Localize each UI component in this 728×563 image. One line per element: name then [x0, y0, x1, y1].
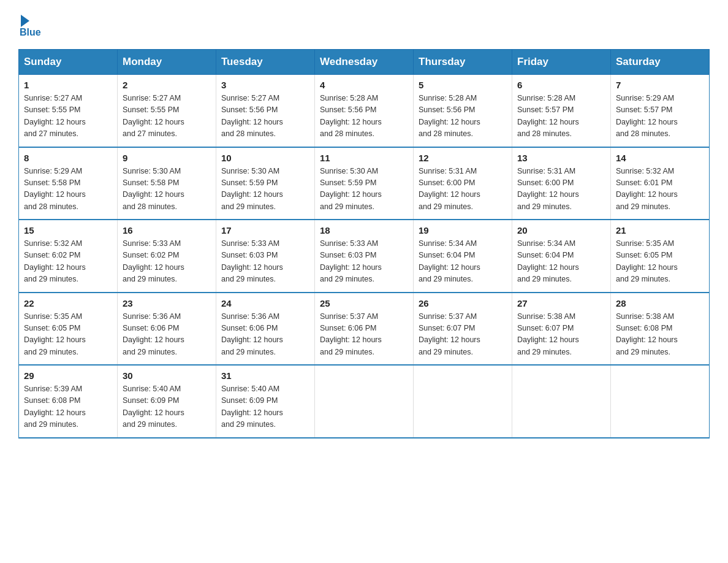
day-number: 20 [517, 225, 605, 236]
day-number: 18 [320, 225, 408, 236]
day-number: 19 [419, 225, 507, 236]
calendar-cell: 12Sunrise: 5:31 AMSunset: 6:00 PMDayligh… [414, 147, 512, 220]
header-monday: Monday [118, 50, 216, 75]
day-info: Sunrise: 5:38 AMSunset: 6:07 PMDaylight:… [517, 311, 605, 359]
logo: Blue [18, 12, 41, 38]
day-number: 27 [517, 298, 605, 308]
calendar-cell: 20Sunrise: 5:34 AMSunset: 6:04 PMDayligh… [512, 220, 611, 293]
header-sunday: Sunday [19, 50, 118, 75]
calendar-cell: 31Sunrise: 5:40 AMSunset: 6:09 PMDayligh… [216, 365, 315, 438]
calendar-cell: 28Sunrise: 5:38 AMSunset: 6:08 PMDayligh… [611, 293, 710, 366]
calendar-week-row: 29Sunrise: 5:39 AMSunset: 6:08 PMDayligh… [19, 365, 710, 438]
day-info: Sunrise: 5:36 AMSunset: 6:06 PMDaylight:… [123, 311, 211, 359]
day-number: 10 [221, 153, 309, 163]
day-number: 29 [24, 370, 112, 381]
calendar-cell: 15Sunrise: 5:32 AMSunset: 6:02 PMDayligh… [19, 220, 118, 293]
page-header: Blue [18, 12, 710, 38]
day-number: 17 [221, 225, 309, 236]
calendar-table: SundayMondayTuesdayWednesdayThursdayFrid… [18, 49, 710, 439]
calendar-week-row: 1Sunrise: 5:27 AMSunset: 5:55 PMDaylight… [19, 75, 710, 147]
logo-arrow-icon [21, 15, 29, 27]
day-number: 30 [123, 370, 211, 381]
day-info: Sunrise: 5:28 AMSunset: 5:56 PMDaylight:… [320, 93, 408, 140]
day-info: Sunrise: 5:33 AMSunset: 6:02 PMDaylight:… [123, 238, 211, 286]
day-info: Sunrise: 5:30 AMSunset: 5:58 PMDaylight:… [123, 166, 211, 213]
day-number: 28 [616, 298, 704, 308]
day-info: Sunrise: 5:35 AMSunset: 6:05 PMDaylight:… [616, 238, 704, 286]
calendar-cell [611, 365, 710, 438]
day-number: 4 [320, 80, 408, 90]
calendar-cell: 5Sunrise: 5:28 AMSunset: 5:56 PMDaylight… [414, 75, 512, 147]
logo-bottom-text: Blue [20, 27, 41, 38]
day-number: 1 [24, 80, 112, 90]
day-number: 3 [221, 80, 309, 90]
day-info: Sunrise: 5:32 AMSunset: 6:01 PMDaylight:… [616, 166, 704, 213]
day-number: 5 [419, 80, 507, 90]
calendar-cell: 25Sunrise: 5:37 AMSunset: 6:06 PMDayligh… [315, 293, 414, 366]
day-number: 2 [123, 80, 211, 90]
day-info: Sunrise: 5:30 AMSunset: 5:59 PMDaylight:… [320, 166, 408, 213]
calendar-cell: 24Sunrise: 5:36 AMSunset: 6:06 PMDayligh… [216, 293, 315, 366]
calendar-header-row: SundayMondayTuesdayWednesdayThursdayFrid… [19, 50, 710, 75]
calendar-cell: 13Sunrise: 5:31 AMSunset: 6:00 PMDayligh… [512, 147, 611, 220]
day-number: 31 [221, 370, 309, 381]
day-number: 21 [616, 225, 704, 236]
calendar-cell: 19Sunrise: 5:34 AMSunset: 6:04 PMDayligh… [414, 220, 512, 293]
calendar-cell: 27Sunrise: 5:38 AMSunset: 6:07 PMDayligh… [512, 293, 611, 366]
calendar-cell: 2Sunrise: 5:27 AMSunset: 5:55 PMDaylight… [118, 75, 216, 147]
calendar-cell: 18Sunrise: 5:33 AMSunset: 6:03 PMDayligh… [315, 220, 414, 293]
header-tuesday: Tuesday [216, 50, 315, 75]
day-info: Sunrise: 5:28 AMSunset: 5:56 PMDaylight:… [419, 93, 507, 140]
day-info: Sunrise: 5:33 AMSunset: 6:03 PMDaylight:… [221, 238, 309, 286]
day-number: 15 [24, 225, 112, 236]
day-info: Sunrise: 5:30 AMSunset: 5:59 PMDaylight:… [221, 166, 309, 213]
calendar-cell: 22Sunrise: 5:35 AMSunset: 6:05 PMDayligh… [19, 293, 118, 366]
day-number: 23 [123, 298, 211, 308]
header-wednesday: Wednesday [315, 50, 414, 75]
calendar-cell: 21Sunrise: 5:35 AMSunset: 6:05 PMDayligh… [611, 220, 710, 293]
calendar-week-row: 15Sunrise: 5:32 AMSunset: 6:02 PMDayligh… [19, 220, 710, 293]
calendar-cell: 4Sunrise: 5:28 AMSunset: 5:56 PMDaylight… [315, 75, 414, 147]
day-info: Sunrise: 5:35 AMSunset: 6:05 PMDaylight:… [24, 311, 112, 359]
calendar-week-row: 8Sunrise: 5:29 AMSunset: 5:58 PMDaylight… [19, 147, 710, 220]
day-info: Sunrise: 5:29 AMSunset: 5:57 PMDaylight:… [616, 93, 704, 140]
day-number: 22 [24, 298, 112, 308]
header-saturday: Saturday [611, 50, 710, 75]
day-number: 13 [517, 153, 605, 163]
day-number: 24 [221, 298, 309, 308]
day-number: 14 [616, 153, 704, 163]
calendar-cell [315, 365, 414, 438]
day-info: Sunrise: 5:40 AMSunset: 6:09 PMDaylight:… [123, 383, 211, 431]
calendar-cell: 30Sunrise: 5:40 AMSunset: 6:09 PMDayligh… [118, 365, 216, 438]
calendar-cell: 9Sunrise: 5:30 AMSunset: 5:58 PMDaylight… [118, 147, 216, 220]
calendar-cell: 29Sunrise: 5:39 AMSunset: 6:08 PMDayligh… [19, 365, 118, 438]
day-info: Sunrise: 5:37 AMSunset: 6:06 PMDaylight:… [320, 311, 408, 359]
day-info: Sunrise: 5:33 AMSunset: 6:03 PMDaylight:… [320, 238, 408, 286]
day-number: 7 [616, 80, 704, 90]
day-info: Sunrise: 5:31 AMSunset: 6:00 PMDaylight:… [419, 166, 507, 213]
day-info: Sunrise: 5:31 AMSunset: 6:00 PMDaylight:… [517, 166, 605, 213]
day-number: 25 [320, 298, 408, 308]
day-info: Sunrise: 5:28 AMSunset: 5:57 PMDaylight:… [517, 93, 605, 140]
calendar-cell: 23Sunrise: 5:36 AMSunset: 6:06 PMDayligh… [118, 293, 216, 366]
day-number: 26 [419, 298, 507, 308]
calendar-cell: 11Sunrise: 5:30 AMSunset: 5:59 PMDayligh… [315, 147, 414, 220]
day-info: Sunrise: 5:37 AMSunset: 6:07 PMDaylight:… [419, 311, 507, 359]
calendar-cell: 16Sunrise: 5:33 AMSunset: 6:02 PMDayligh… [118, 220, 216, 293]
calendar-cell: 26Sunrise: 5:37 AMSunset: 6:07 PMDayligh… [414, 293, 512, 366]
day-info: Sunrise: 5:39 AMSunset: 6:08 PMDaylight:… [24, 383, 112, 431]
calendar-cell: 7Sunrise: 5:29 AMSunset: 5:57 PMDaylight… [611, 75, 710, 147]
day-info: Sunrise: 5:29 AMSunset: 5:58 PMDaylight:… [24, 166, 112, 213]
day-number: 6 [517, 80, 605, 90]
calendar-cell: 14Sunrise: 5:32 AMSunset: 6:01 PMDayligh… [611, 147, 710, 220]
day-info: Sunrise: 5:27 AMSunset: 5:55 PMDaylight:… [24, 93, 112, 140]
calendar-cell: 8Sunrise: 5:29 AMSunset: 5:58 PMDaylight… [19, 147, 118, 220]
header-thursday: Thursday [414, 50, 512, 75]
calendar-cell: 6Sunrise: 5:28 AMSunset: 5:57 PMDaylight… [512, 75, 611, 147]
day-info: Sunrise: 5:38 AMSunset: 6:08 PMDaylight:… [616, 311, 704, 359]
calendar-cell: 3Sunrise: 5:27 AMSunset: 5:56 PMDaylight… [216, 75, 315, 147]
day-info: Sunrise: 5:34 AMSunset: 6:04 PMDaylight:… [419, 238, 507, 286]
calendar-cell [512, 365, 611, 438]
day-number: 12 [419, 153, 507, 163]
calendar-cell: 17Sunrise: 5:33 AMSunset: 6:03 PMDayligh… [216, 220, 315, 293]
